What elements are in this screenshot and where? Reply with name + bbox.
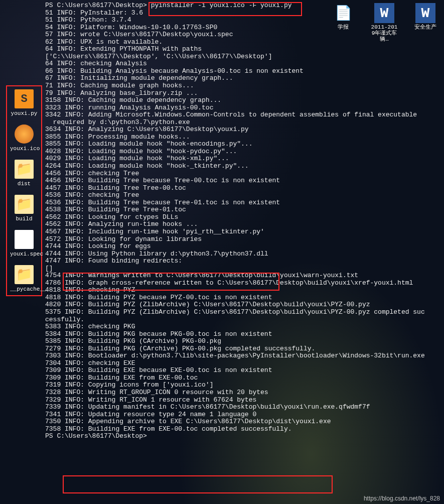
- terminal-line: 7319 INFO: Copying icons from ['youxi.ic…: [45, 382, 442, 389]
- terminal-line: 7358 INFO: Building EXE from EXE-00.toc …: [45, 426, 442, 433]
- terminal-line: ['C:\\Users\\86177\\Desktop', 'C:\\Users…: [45, 53, 442, 61]
- sublime-icon: S: [15, 89, 34, 108]
- terminal-line: 4028 INFO: Loading module hook "hook-pyd…: [45, 148, 442, 156]
- terminal-line: 4456 INFO: checking Tree: [45, 170, 442, 178]
- desktop-icon-dist[interactable]: 📁 dist: [10, 160, 38, 187]
- terminal-line: 7303 INFO: Bootloader d:\python3.7\lib\s…: [45, 352, 442, 360]
- icon-label: build: [10, 216, 38, 222]
- terminal-line: 3634 INFO: Analyzing C:\Users\86177\Desk…: [45, 126, 442, 134]
- icon-label: dist: [10, 181, 38, 187]
- terminal-line: 7304 INFO: checking EXE: [45, 360, 442, 367]
- terminal-line: 64 INFO: checking Analysis: [45, 60, 442, 68]
- terminal-line: 4538 INFO: Building Tree Tree-01.toc: [45, 206, 442, 214]
- terminal-line: 3855 INFO: Processing module hooks...: [45, 134, 442, 141]
- terminal-line: 7350 INFO: Appending archive to EXE C:\U…: [45, 418, 442, 426]
- powershell-terminal[interactable]: PS C:\Users\86177\Desktop> pyinstaller -…: [45, 2, 442, 502]
- terminal-line: 67 INFO: Initializing module dependency …: [45, 75, 442, 82]
- terminal-line: 4567 INFO: Including run-time hook 'pyi_…: [45, 228, 442, 236]
- terminal-line: 62 INFO: UPX is not available.: [45, 39, 442, 46]
- terminal-line: 4572 INFO: Looking for dynamic libraries: [45, 236, 442, 243]
- terminal-line: 4562 INFO: Analyzing run-time hooks ...: [45, 221, 442, 228]
- spec-file-icon: [15, 230, 34, 249]
- terminal-line: 4536 INFO: Building Tree because Tree-01…: [45, 199, 442, 207]
- terminal-line: 4747 INFO: Found binding redirects:: [45, 258, 442, 265]
- desktop-icon-build[interactable]: 📁 build: [10, 195, 38, 222]
- terminal-line: 4456 INFO: Building Tree because Tree-00…: [45, 177, 442, 185]
- watermark: https://blog.csdn.net/lys_828: [364, 495, 440, 502]
- terminal-line: 4457 INFO: Building Tree Tree-00.toc: [45, 185, 442, 192]
- terminal-line: 5383 INFO: checking PKG: [45, 323, 442, 331]
- folder-icon: 📁: [15, 160, 34, 179]
- folder-icon: 📁: [15, 195, 34, 214]
- folder-icon: 📁: [15, 265, 34, 284]
- terminal-line: 4744 INFO: Looking for eggs: [45, 243, 442, 250]
- terminal-line: 54 INFO: Platform: Windows-10-10.0.17763…: [45, 24, 442, 32]
- terminal-line: 57 INFO: wrote C:\Users\86177\Desktop\yo…: [45, 31, 442, 39]
- terminal-line: 3855 INFO: Loading module hook "hook-enc…: [45, 141, 442, 148]
- terminal-line: 7309 INFO: Building EXE from EXE-00.toc: [45, 374, 442, 382]
- terminal-line: required by d:\python3.7\python.exe: [45, 119, 442, 127]
- terminal-line: 7309 INFO: Building EXE because EXE-00.t…: [45, 367, 442, 374]
- terminal-line: 79 INFO: Analyzing base_library.zip ...: [45, 90, 442, 97]
- terminal-line: 66 INFO: Building Analysis because Analy…: [45, 68, 442, 75]
- terminal-line: 7341 INFO: Updating resource type 24 nam…: [45, 411, 442, 419]
- terminal-line: 4820 INFO: Building PYZ (ZlibArchive) C:…: [45, 301, 442, 309]
- highlight-box-build-complete: [63, 475, 333, 493]
- terminal-line: 7328 INFO: Writing RT_GROUP_ICON 0 resou…: [45, 389, 442, 397]
- terminal-line: 4818 INFO: Building PYZ because PYZ-00.t…: [45, 294, 442, 302]
- terminal-line: 3158 INFO: Caching module dependency gra…: [45, 97, 442, 104]
- desktop-icon-youxi-py[interactable]: S youxi.py: [10, 89, 38, 116]
- highlight-box-command: [149, 2, 302, 16]
- icon-label: youxi.spec: [10, 251, 38, 257]
- terminal-line: 5375 INFO: Building PYZ (ZlibArchive) C:…: [45, 309, 442, 316]
- terminal-line: 3323 INFO: running Analysis Analysis-00.…: [45, 104, 442, 112]
- terminal-output: PS C:\Users\86177\Desktop> pyinstaller -…: [45, 2, 442, 440]
- terminal-line: PS C:\Users\86177\Desktop>: [45, 433, 442, 440]
- terminal-line: 4562 INFO: Looking for ctypes DLLs: [45, 214, 442, 221]
- highlighted-desktop-icons: S youxi.py youxi.ico 📁 dist 📁 build youx…: [6, 85, 42, 296]
- desktop-icon-pycache[interactable]: 📁 __pycache__: [10, 265, 38, 292]
- desktop-icon-youxi-ico[interactable]: youxi.ico: [10, 124, 38, 152]
- desktop-icon-youxi-spec[interactable]: youxi.spec: [10, 230, 38, 257]
- terminal-line: 4744 INFO: Using Python library d:\pytho…: [45, 250, 442, 258]
- ico-icon: [15, 124, 34, 144]
- terminal-line: 4029 INFO: Loading module hook "hook-xml…: [45, 155, 442, 163]
- terminal-line: 7339 INFO: Updating manifest in C:\Users…: [45, 404, 442, 411]
- terminal-line: 71 INFO: Caching module graph hooks...: [45, 82, 442, 90]
- terminal-line: 3342 INFO: Adding Microsoft.Windows.Comm…: [45, 111, 442, 119]
- terminal-line: 7329 INFO: Writing RT_ICON 1 resource wi…: [45, 397, 442, 404]
- highlight-box-python-lib: [63, 273, 279, 291]
- terminal-line: 5384 INFO: Building PKG because PKG-00.t…: [45, 331, 442, 338]
- terminal-line: 4536 INFO: checking Tree: [45, 192, 442, 199]
- terminal-line: 4264 INFO: Loading module hook "hook-_tk…: [45, 163, 442, 170]
- terminal-line: 5385 INFO: Building PKG (CArchive) PKG-0…: [45, 338, 442, 345]
- terminal-line: cessfully.: [45, 316, 442, 324]
- terminal-line: 64 INFO: Extending PYTHONPATH with paths: [45, 46, 442, 53]
- terminal-line: 51 INFO: Python: 3.7.4: [45, 17, 442, 24]
- terminal-line: []: [45, 265, 442, 273]
- icon-label: __pycache__: [10, 286, 38, 292]
- terminal-line: 7279 INFO: Building PKG (CArchive) PKG-0…: [45, 345, 442, 353]
- icon-label: youxi.ico: [10, 146, 38, 152]
- icon-label: youxi.py: [10, 110, 38, 116]
